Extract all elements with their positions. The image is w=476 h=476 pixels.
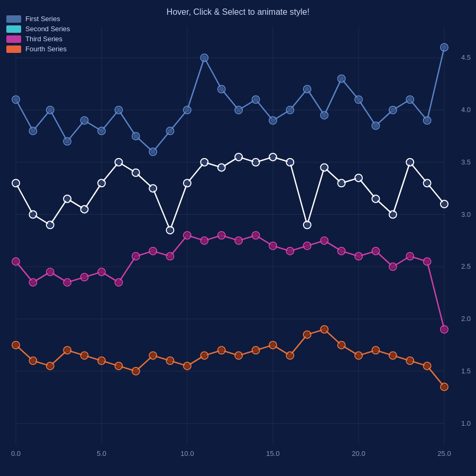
legend-item[interactable]: Fourth Series [6, 45, 70, 53]
legend-color-box [6, 15, 21, 23]
chart-container: Hover, Click & Select to animate style! … [0, 0, 476, 476]
legend-color-box [6, 25, 21, 33]
legend-label: Fourth Series [25, 45, 67, 53]
legend-item[interactable]: Second Series [6, 25, 70, 33]
legend: First SeriesSecond SeriesThird SeriesFou… [6, 15, 70, 53]
legend-item[interactable]: Third Series [6, 35, 70, 43]
legend-item[interactable]: First Series [6, 15, 70, 23]
legend-color-box [6, 45, 21, 53]
legend-label: Second Series [25, 25, 70, 33]
legend-label: Third Series [25, 35, 62, 43]
legend-color-box [6, 35, 21, 43]
legend-label: First Series [25, 15, 60, 23]
